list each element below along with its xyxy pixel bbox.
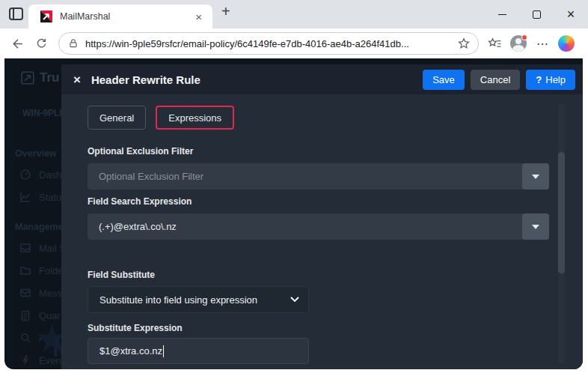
trustwave-logo: Tru: [21, 70, 59, 85]
section-overview: Overview: [15, 148, 57, 159]
exclusion-filter-input[interactable]: [88, 163, 549, 189]
exclusion-filter-dropdown-button[interactable]: [522, 163, 549, 189]
window-controls: ×: [485, 0, 588, 28]
refresh-icon[interactable]: [31, 34, 51, 53]
back-icon[interactable]: [7, 34, 27, 53]
dialog-header: × Header Rewrite Rule Save Cancel ?Help: [61, 64, 583, 94]
help-button[interactable]: ?Help: [526, 70, 575, 90]
field-substitute-value: Substitute into field using expression: [99, 294, 290, 306]
caret-down-icon: [532, 225, 539, 229]
exclusion-filter-combobox: [88, 163, 549, 189]
events-icon: [19, 354, 31, 366]
mailmarshal-favicon-icon: [40, 10, 52, 22]
quarantine-icon: [19, 309, 31, 321]
bookmark-star-icon[interactable]: [457, 37, 471, 50]
mailmarshal-watermark-letter: M: [52, 334, 61, 363]
copilot-icon[interactable]: [557, 34, 576, 53]
help-question-icon: ?: [536, 74, 542, 85]
status-chart-icon: [19, 191, 31, 203]
browser-window: MailMarshal × + × https://win-9ple59rsfc…: [0, 0, 588, 373]
tab-actions-icon[interactable]: [9, 7, 23, 20]
folders-icon: [19, 264, 31, 276]
tab-general[interactable]: General: [88, 106, 146, 130]
maximize-button[interactable]: [519, 0, 554, 28]
url-text[interactable]: https://win-9ple59rsfcr/email-policy/6c4…: [85, 38, 457, 49]
trustwave-logo-icon: [21, 71, 34, 85]
field-substitute-label: Field Substitute: [88, 270, 583, 280]
browser-toolbar: https://win-9ple59rsfcr/email-policy/6c4…: [0, 28, 588, 58]
settings-more-icon[interactable]: ⋯: [533, 34, 552, 53]
page-area: Tru WIN-9PLE Overview Dashb: [0, 58, 588, 373]
caret-down-icon: [532, 175, 539, 179]
cancel-button[interactable]: Cancel: [471, 70, 520, 90]
substitute-expression-input[interactable]: $1@xtra.co.nz: [88, 338, 309, 364]
close-window-button[interactable]: ×: [554, 0, 588, 28]
tab-strip: MailMarshal × + ×: [0, 0, 588, 28]
mail-servers-icon: [19, 242, 31, 254]
browser-tab[interactable]: MailMarshal ×: [28, 4, 212, 28]
server-hostname: WIN-9PLE: [22, 108, 61, 118]
dialog-close-icon[interactable]: ×: [73, 73, 81, 86]
minimize-button[interactable]: [485, 0, 519, 28]
field-search-input[interactable]: [88, 213, 549, 240]
dialog-tabs: General Expressions: [88, 106, 583, 130]
field-search-combobox: [88, 213, 549, 240]
app-content: Tru WIN-9PLE Overview Dashb: [4, 58, 583, 369]
exclusion-filter-label: Optional Exclusion Filter: [88, 146, 583, 157]
tab-close-icon[interactable]: ×: [192, 10, 205, 23]
url-bar[interactable]: https://win-9ple59rsfcr/email-policy/6c4…: [58, 32, 479, 55]
substitute-expression-label: Substitute Expression: [88, 323, 583, 333]
tab-title: MailMarshal: [60, 11, 192, 22]
search-icon: [19, 332, 31, 344]
chevron-down-icon: [290, 297, 299, 303]
header-rewrite-rule-dialog: × Header Rewrite Rule Save Cancel ?Help …: [61, 64, 583, 369]
scrollbar-thumb[interactable]: [558, 152, 565, 273]
dialog-title: Header Rewrite Rule: [91, 73, 417, 86]
profile-notification-dot: [521, 34, 527, 40]
save-button[interactable]: Save: [423, 70, 465, 90]
field-substitute-select[interactable]: Substitute into field using expression: [88, 286, 309, 313]
text-cursor: [163, 345, 164, 357]
messages-icon: [19, 287, 31, 299]
app-sidebar: Tru WIN-9PLE Overview Dashb: [4, 58, 61, 369]
dashboard-icon: [19, 169, 31, 181]
lock-icon: [68, 38, 79, 49]
field-search-dropdown-button[interactable]: [522, 213, 549, 240]
favorites-icon[interactable]: [485, 34, 504, 53]
dialog-scrollbar[interactable]: [558, 103, 565, 363]
tab-expressions[interactable]: Expressions: [156, 106, 234, 130]
field-search-label: Field Search Expression: [88, 196, 583, 207]
logo-text: Tru: [40, 70, 59, 85]
new-tab-button[interactable]: +: [221, 3, 230, 20]
profile-avatar[interactable]: [509, 34, 528, 53]
dialog-body: General Expressions Optional Exclusion F…: [61, 94, 583, 369]
section-management: Managemen: [15, 222, 61, 232]
